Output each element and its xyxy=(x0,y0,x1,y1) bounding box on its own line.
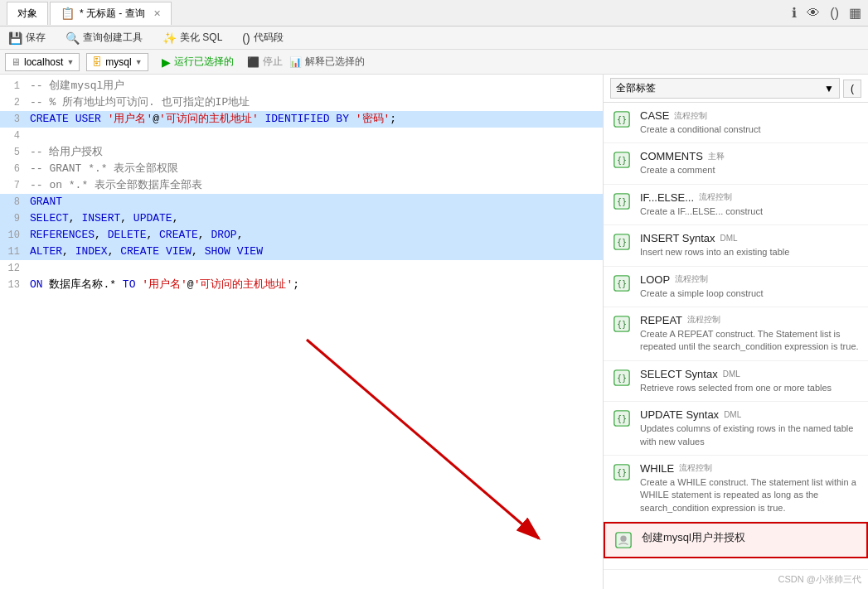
beautify-sql-button[interactable]: ✨ 美化 SQL xyxy=(159,29,225,46)
code-snippet-button[interactable]: () 代码段 xyxy=(239,29,286,46)
eye-icon[interactable]: 👁 xyxy=(807,6,820,21)
snippet-icon-2: {} xyxy=(612,191,632,211)
snippet-desc-1: Create a comment xyxy=(640,164,860,176)
snippet-item-6[interactable]: {} SELECT SyntaxDMLRetrieve rows selecte… xyxy=(604,361,868,402)
svg-text:{}: {} xyxy=(617,320,627,329)
snippets-filter-select[interactable]: 全部标签 ▼ xyxy=(610,78,840,99)
snippet-title-text-2: IF...ELSE... xyxy=(640,191,694,204)
snippet-title-text-5: REPEAT xyxy=(640,314,682,326)
code-line-12: 12 xyxy=(0,260,603,277)
right-panel-header: 全部标签 ▼ ( xyxy=(604,75,868,103)
query-icon: 📋 xyxy=(61,7,75,20)
snippet-icon-3: {} xyxy=(612,232,632,252)
database-select[interactable]: 🗄 mysql ▼ xyxy=(86,53,148,71)
snippets-filter-label: 全部标签 xyxy=(616,81,656,95)
code-editor[interactable]: 1-- 创建mysql用户2-- % 所有地址均可访问. 也可指定的IP地址3C… xyxy=(0,75,603,589)
snippets-action-button[interactable]: ( xyxy=(843,80,861,98)
code-line-3: 3CREATE USER '用户名'@'可访问的主机地址' IDENTIFIED… xyxy=(0,111,603,128)
svg-text:{}: {} xyxy=(617,414,627,423)
snippet-desc-0: Create a conditional construct xyxy=(640,123,860,136)
snippet-icon-0: {} xyxy=(612,109,632,129)
explain-label: 解释已选择的 xyxy=(305,55,365,69)
code-line-7: 7-- on *.* 表示全部数据库全部表 xyxy=(0,177,603,194)
snippet-item-5[interactable]: {} REPEAT流程控制Create A REPEAT construct. … xyxy=(604,307,868,361)
explain-button[interactable]: 📊 解释已选择的 xyxy=(289,55,365,69)
snippet-badge-0: 流程控制 xyxy=(674,110,707,122)
snippet-text-5: REPEAT流程控制Create A REPEAT construct. The… xyxy=(640,314,860,354)
save-icon: 💾 xyxy=(8,31,22,45)
snippet-item-9[interactable]: 创建mysql用户并授权 xyxy=(604,522,868,558)
snippet-title-text-4: LOOP xyxy=(640,273,670,286)
snippet-title-5: REPEAT流程控制 xyxy=(640,314,860,326)
line-content: -- 创建mysql用户 xyxy=(27,78,603,94)
main-area: 1-- 创建mysql用户2-- % 所有地址均可访问. 也可指定的IP地址3C… xyxy=(0,75,868,589)
line-content: -- % 所有地址均可访问. 也可指定的IP地址 xyxy=(27,94,603,111)
line-content: CREATE USER '用户名'@'可访问的主机地址' IDENTIFIED … xyxy=(27,111,603,128)
code-line-8: 8GRANT xyxy=(0,194,603,210)
snippet-text-9: 创建mysql用户并授权 xyxy=(642,530,858,545)
snippet-title-text-7: UPDATE Syntax xyxy=(640,408,719,421)
tab-query-label: * 无标题 - 查询 xyxy=(80,7,145,21)
connection-select[interactable]: 🖥 localhost ▼ xyxy=(5,53,80,71)
connection-bar: 🖥 localhost ▼ 🗄 mysql ▼ ▶ 运行已选择的 ⬛ 停止 📊 … xyxy=(0,50,868,75)
code-line-13: 13ON 数据库名称.* TO '用户名'@'可访问的主机地址'; xyxy=(0,277,603,293)
explain-icon: 📊 xyxy=(289,56,302,68)
svg-text:{}: {} xyxy=(617,196,627,205)
snippet-badge-3: DML xyxy=(720,234,738,243)
snippet-badge-4: 流程控制 xyxy=(675,273,708,285)
snippet-title-text-1: COMMENTS xyxy=(640,150,703,162)
snippet-item-1[interactable]: {} COMMENTS主释Create a comment xyxy=(604,143,868,184)
tab-object[interactable]: 对象 xyxy=(7,2,48,25)
snippet-item-8[interactable]: {} WHILE流程控制Create a WHILE construct. Th… xyxy=(604,456,868,522)
snippet-label: 代码段 xyxy=(254,31,284,45)
snippet-item-4[interactable]: {} LOOP流程控制Create a simple loop construc… xyxy=(604,267,868,307)
snippet-item-2[interactable]: {} IF...ELSE...流程控制Create a IF...ELSE...… xyxy=(604,185,868,225)
snippet-title-8: WHILE流程控制 xyxy=(640,462,860,475)
snippet-desc-6: Retrieve rows selected from one or more … xyxy=(640,382,860,394)
line-content: ON 数据库名称.* TO '用户名'@'可访问的主机地址'; xyxy=(27,277,603,293)
watermark: CSDN @小张帅三代 xyxy=(604,569,868,589)
snippet-title-6: SELECT SyntaxDML xyxy=(640,368,860,380)
brackets-icon[interactable]: () xyxy=(830,6,839,21)
info-icon[interactable]: ℹ xyxy=(792,5,797,21)
line-number: 8 xyxy=(0,194,27,210)
save-button[interactable]: 💾 保存 xyxy=(5,29,49,46)
snippet-item-7[interactable]: {} UPDATE SyntaxDMLUpdates columns of ex… xyxy=(604,402,868,456)
snippet-icon: () xyxy=(242,31,250,45)
snippet-desc-2: Create a IF...ELSE... construct xyxy=(640,205,860,218)
line-content xyxy=(27,128,603,144)
code-line-10: 10REFERENCES, DELETE, CREATE, DROP, xyxy=(0,227,603,244)
tab-close-icon[interactable]: ✕ xyxy=(153,8,161,19)
run-button[interactable]: ▶ 运行已选择的 xyxy=(155,53,240,70)
database-dropdown-arrow: ▼ xyxy=(135,58,143,66)
line-content: GRANT xyxy=(27,194,603,210)
snippet-title-text-0: CASE xyxy=(640,109,669,122)
snippet-title-4: LOOP流程控制 xyxy=(640,273,860,286)
snippets-list: {} CASE流程控制Create a conditional construc… xyxy=(604,103,868,569)
snippet-item-0[interactable]: {} CASE流程控制Create a conditional construc… xyxy=(604,103,868,143)
tab-query[interactable]: 📋 * 无标题 - 查询 ✕ xyxy=(50,2,172,25)
run-label: 运行已选择的 xyxy=(174,55,234,69)
snippet-item-3[interactable]: {} INSERT SyntaxDMLInsert new rows into … xyxy=(604,225,868,266)
grid-icon[interactable]: ▦ xyxy=(849,5,861,21)
play-icon: ▶ xyxy=(162,56,171,69)
code-line-2: 2-- % 所有地址均可访问. 也可指定的IP地址 xyxy=(0,94,603,111)
stop-button[interactable]: ⬛ 停止 xyxy=(247,55,283,69)
editor-area[interactable]: 1-- 创建mysql用户2-- % 所有地址均可访问. 也可指定的IP地址3C… xyxy=(0,75,603,589)
right-panel: 全部标签 ▼ ( {} CASE流程控制Create a conditional… xyxy=(603,75,868,589)
tab-object-label: 对象 xyxy=(17,7,37,21)
svg-text:{}: {} xyxy=(617,373,627,382)
query-builder-button[interactable]: 🔍 查询创建工具 xyxy=(62,29,146,46)
line-number: 12 xyxy=(0,260,27,277)
beautify-icon: ✨ xyxy=(162,31,177,45)
line-number: 7 xyxy=(0,177,27,194)
snippet-icon-8: {} xyxy=(612,462,632,482)
snippet-title-text-3: INSERT Syntax xyxy=(640,232,715,244)
snippet-icon-6: {} xyxy=(612,368,632,388)
snippet-title-0: CASE流程控制 xyxy=(640,109,860,122)
line-content: ALTER, INDEX, CREATE VIEW, SHOW VIEW xyxy=(27,244,603,260)
line-number: 13 xyxy=(0,277,27,293)
beautify-label: 美化 SQL xyxy=(180,31,222,45)
stop-icon: ⬛ xyxy=(247,56,259,68)
snippet-icon-1: {} xyxy=(612,150,632,170)
